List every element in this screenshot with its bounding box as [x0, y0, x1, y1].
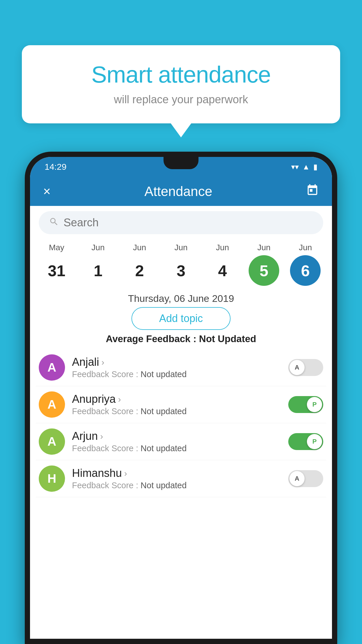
avg-feedback: Average Feedback : Not Updated	[30, 333, 332, 344]
chevron-icon: ›	[118, 394, 121, 404]
calendar-day[interactable]: Jun4	[205, 243, 240, 286]
student-list: AAnjali ›Feedback Score : Not updatedAAA…	[30, 349, 332, 497]
chevron-icon: ›	[101, 357, 104, 367]
phone-notch	[164, 157, 198, 169]
toggle-switch[interactable]: A	[288, 470, 323, 487]
calendar-icon[interactable]	[306, 184, 319, 199]
toggle-thumb: P	[307, 397, 322, 412]
selected-date-label: Thursday, 06 June 2019	[30, 293, 332, 304]
app-bar-title: Attendance	[144, 183, 212, 199]
chevron-icon: ›	[100, 431, 103, 441]
bubble-subtitle: will replace your paperwork	[39, 93, 323, 106]
avg-feedback-label: Average Feedback :	[106, 333, 196, 344]
toggle-thumb: P	[307, 434, 322, 449]
calendar-day[interactable]: Jun3	[164, 243, 198, 286]
student-item[interactable]: AArjun ›Feedback Score : Not updatedP	[36, 423, 326, 460]
close-button[interactable]: ×	[43, 184, 51, 199]
student-name: Anupriya ›	[72, 393, 281, 405]
cal-month: Jun	[133, 243, 146, 252]
student-name: Arjun ›	[72, 430, 281, 442]
cal-date[interactable]: 4	[207, 255, 238, 286]
cal-date[interactable]: 2	[124, 255, 155, 286]
student-feedback: Feedback Score : Not updated	[72, 370, 281, 379]
student-feedback: Feedback Score : Not updated	[72, 481, 281, 490]
calendar-day[interactable]: Jun6	[288, 243, 323, 286]
cal-date[interactable]: 5	[249, 255, 279, 286]
student-name: Anjali ›	[72, 356, 281, 368]
student-feedback: Feedback Score : Not updated	[72, 444, 281, 453]
search-bar[interactable]	[39, 211, 323, 234]
add-topic-button[interactable]: Add topic	[131, 307, 231, 330]
student-item[interactable]: AAnjali ›Feedback Score : Not updatedA	[36, 349, 326, 386]
toggle-thumb: A	[289, 471, 305, 486]
bubble-title: Smart attendance	[39, 61, 323, 88]
toggle-switch[interactable]: P	[288, 396, 323, 413]
cal-month: Jun	[92, 243, 105, 252]
calendar-day[interactable]: Jun5	[247, 243, 282, 286]
student-avatar: H	[39, 466, 65, 492]
cal-date[interactable]: 3	[166, 255, 196, 286]
phone-frame: 14:29 ▾▾ ▲ ▮ × Attendance	[25, 152, 337, 644]
chevron-icon: ›	[124, 468, 127, 478]
add-topic-label: Add topic	[159, 312, 203, 325]
attendance-toggle[interactable]: A	[288, 359, 323, 376]
app-bar: × Attendance	[30, 177, 332, 206]
student-info: Anupriya ›Feedback Score : Not updated	[72, 393, 281, 416]
toggle-switch[interactable]: P	[288, 433, 323, 450]
attendance-toggle[interactable]: P	[288, 396, 323, 413]
cal-date[interactable]: 31	[41, 255, 72, 286]
phone-inner: 14:29 ▾▾ ▲ ▮ × Attendance	[30, 157, 332, 639]
speech-bubble: Smart attendance will replace your paper…	[22, 45, 340, 123]
student-feedback: Feedback Score : Not updated	[72, 407, 281, 416]
cal-month: Jun	[216, 243, 229, 252]
cal-date[interactable]: 1	[83, 255, 113, 286]
calendar-day[interactable]: May31	[39, 243, 74, 286]
cal-date[interactable]: 6	[290, 255, 321, 286]
search-icon	[49, 217, 59, 229]
cal-month: Jun	[174, 243, 187, 252]
student-info: Arjun ›Feedback Score : Not updated	[72, 430, 281, 453]
battery-icon: ▮	[313, 162, 317, 172]
cal-month: Jun	[299, 243, 312, 252]
student-info: Himanshu ›Feedback Score : Not updated	[72, 467, 281, 490]
search-input[interactable]	[64, 216, 313, 229]
student-item[interactable]: HHimanshu ›Feedback Score : Not updatedA	[36, 460, 326, 497]
status-icons: ▾▾ ▲ ▮	[291, 162, 317, 172]
toggle-thumb: A	[289, 360, 305, 375]
student-avatar: A	[39, 428, 65, 455]
student-avatar: A	[39, 354, 65, 381]
status-time: 14:29	[45, 162, 66, 172]
calendar-strip: May31Jun1Jun2Jun3Jun4Jun5Jun6	[30, 239, 332, 288]
student-name: Himanshu ›	[72, 467, 281, 480]
wifi-icon: ▾▾	[291, 162, 299, 172]
avg-feedback-value: Not Updated	[199, 333, 256, 344]
attendance-toggle[interactable]: A	[288, 470, 323, 487]
signal-icon: ▲	[302, 162, 310, 172]
calendar-day[interactable]: Jun2	[122, 243, 157, 286]
student-item[interactable]: AAnupriya ›Feedback Score : Not updatedP	[36, 386, 326, 423]
cal-month: Jun	[257, 243, 270, 252]
cal-month: May	[49, 243, 64, 252]
calendar-day[interactable]: Jun1	[80, 243, 115, 286]
student-info: Anjali ›Feedback Score : Not updated	[72, 356, 281, 379]
student-avatar: A	[39, 391, 65, 418]
toggle-switch[interactable]: A	[288, 359, 323, 376]
attendance-toggle[interactable]: P	[288, 433, 323, 450]
